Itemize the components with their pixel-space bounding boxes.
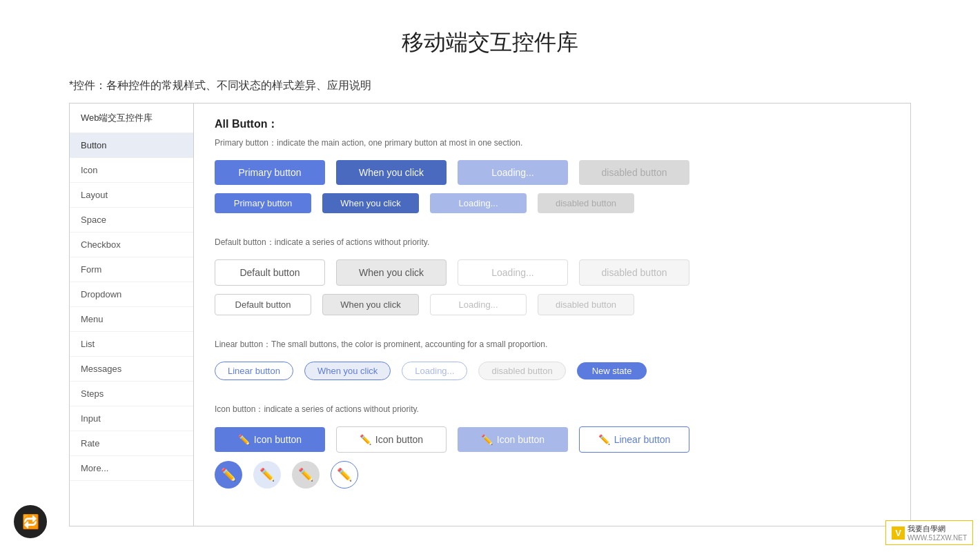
primary-click-button-large[interactable]: When you click	[336, 160, 447, 185]
primary-button-large[interactable]: Primary button	[215, 160, 325, 185]
pencil-icon-3: ✏️	[481, 434, 493, 445]
linear-section: Linear button：The small buttons, the col…	[215, 339, 890, 391]
circle-row: ✏️ ✏️ ✏️ ✏️	[215, 461, 890, 489]
circle-default-button[interactable]: ✏️	[253, 461, 281, 489]
icon-loading-button: ✏️ Icon button	[458, 427, 568, 452]
page-title: 移动端交互控件库	[0, 0, 980, 79]
circle-disabled-button: ✏️	[292, 461, 320, 489]
logo-icon: 🔁	[22, 513, 39, 530]
logo-badge: V	[892, 526, 905, 540]
icon-row-1: ✏️ Icon button ✏️ Icon button ✏️ Icon bu…	[215, 426, 890, 453]
linear-new-state-button[interactable]: New state	[577, 362, 647, 379]
main-container: Web端交互控件库 Button Icon Layout Space Check…	[69, 103, 911, 526]
default-click-button-large[interactable]: When you click	[336, 259, 447, 286]
sidebar-item-steps[interactable]: Steps	[70, 382, 193, 406]
primary-disabled-button-large: disabled button	[579, 160, 689, 185]
pencil-icon: ✏️	[238, 434, 250, 445]
sidebar-item-icon[interactable]: Icon	[70, 158, 193, 183]
sidebar-item-list[interactable]: List	[70, 332, 193, 357]
linear-disabled-button: disabled button	[478, 362, 565, 380]
default-row-1: Default button When you click Loading...…	[215, 259, 890, 286]
icon-button-label-1: Icon button	[254, 434, 302, 445]
default-disabled-button-small: disabled button	[538, 294, 634, 315]
sidebar-item-checkbox[interactable]: Checkbox	[70, 233, 193, 257]
icon-button-label-4: Linear button	[614, 434, 671, 445]
icon-section-desc: Icon button：indicate a series of actions…	[215, 404, 890, 415]
default-click-button-small[interactable]: When you click	[322, 294, 419, 315]
icon-button-label-2: Icon button	[375, 434, 423, 445]
default-row-2: Default button When you click Loading...…	[215, 294, 890, 315]
icon-default-button[interactable]: ✏️ Icon button	[336, 426, 447, 453]
icon-primary-button[interactable]: ✏️ Icon button	[215, 427, 325, 452]
icon-section: Icon button：indicate a series of actions…	[215, 404, 890, 500]
circle-primary-button[interactable]: ✏️	[215, 461, 242, 489]
sidebar-item-rate[interactable]: Rate	[70, 431, 193, 456]
primary-loading-button-large: Loading...	[458, 160, 568, 185]
bottom-right-logo: V 我要自學網 WWW.51ZXW.NET	[885, 520, 973, 545]
logo-url: WWW.51ZXW.NET	[908, 534, 967, 542]
sidebar-item-layout[interactable]: Layout	[70, 183, 193, 208]
primary-section: Primary button：indicate the main action,…	[215, 137, 890, 224]
primary-row-1: Primary button When you click Loading...…	[215, 160, 890, 185]
sidebar-item-more[interactable]: More...	[70, 456, 193, 481]
primary-click-button-small[interactable]: When you click	[322, 193, 419, 213]
logo-name: 我要自學網	[908, 524, 967, 534]
default-section-desc: Default button：indicate a series of acti…	[215, 237, 890, 248]
all-button-title: All Button：	[215, 117, 890, 132]
linear-row-1: Linear button When you click Loading... …	[215, 362, 890, 380]
circle-outline-button[interactable]: ✏️	[331, 461, 358, 489]
sidebar-item-dropdown[interactable]: Dropdown	[70, 282, 193, 307]
default-disabled-button-large: disabled button	[579, 259, 689, 286]
bottom-left-logo: 🔁	[14, 505, 47, 538]
primary-button-small[interactable]: Primary button	[215, 193, 311, 213]
sidebar-item-button[interactable]: Button	[70, 133, 193, 158]
primary-row-2: Primary button When you click Loading...…	[215, 193, 890, 213]
pencil-icon-2: ✏️	[360, 434, 371, 445]
logo-text-group: 我要自學網 WWW.51ZXW.NET	[908, 524, 967, 542]
default-section: Default button：indicate a series of acti…	[215, 237, 890, 326]
sidebar-item-messages[interactable]: Messages	[70, 357, 193, 382]
sidebar-item-menu[interactable]: Menu	[70, 307, 193, 332]
linear-section-desc: Linear button：The small buttons, the col…	[215, 339, 890, 351]
sidebar: Web端交互控件库 Button Icon Layout Space Check…	[70, 103, 194, 526]
default-loading-button-small: Loading...	[430, 294, 527, 315]
sidebar-item-input[interactable]: Input	[70, 406, 193, 431]
page-subtitle: *控件：各种控件的常规样式、不同状态的样式差异、应用说明	[0, 79, 980, 103]
linear-click-button[interactable]: When you click	[304, 362, 391, 380]
icon-button-label-3: Icon button	[497, 434, 545, 445]
primary-disabled-button-small: disabled button	[538, 193, 634, 213]
sidebar-item-form[interactable]: Form	[70, 257, 193, 282]
sidebar-header: Web端交互控件库	[70, 103, 193, 133]
default-button-small[interactable]: Default button	[215, 294, 311, 315]
default-button-large[interactable]: Default button	[215, 259, 325, 286]
icon-linear-button[interactable]: ✏️ Linear button	[579, 426, 689, 453]
linear-loading-button: Loading...	[402, 362, 467, 380]
sidebar-item-space[interactable]: Space	[70, 208, 193, 233]
primary-section-desc: Primary button：indicate the main action,…	[215, 137, 890, 149]
primary-loading-button-small: Loading...	[430, 193, 527, 213]
pencil-icon-4: ✏️	[598, 434, 610, 445]
default-loading-button-large: Loading...	[458, 259, 568, 286]
linear-button[interactable]: Linear button	[215, 362, 293, 380]
content-area: All Button： Primary button：indicate the …	[194, 103, 910, 526]
